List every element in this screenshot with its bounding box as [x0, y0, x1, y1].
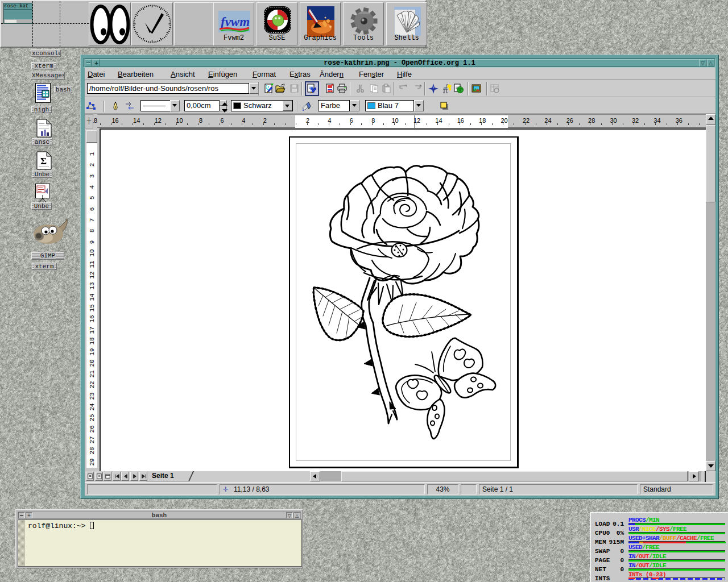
svg-text:fvwm: fvwm: [221, 15, 250, 29]
svg-text:Σ: Σ: [40, 156, 47, 167]
